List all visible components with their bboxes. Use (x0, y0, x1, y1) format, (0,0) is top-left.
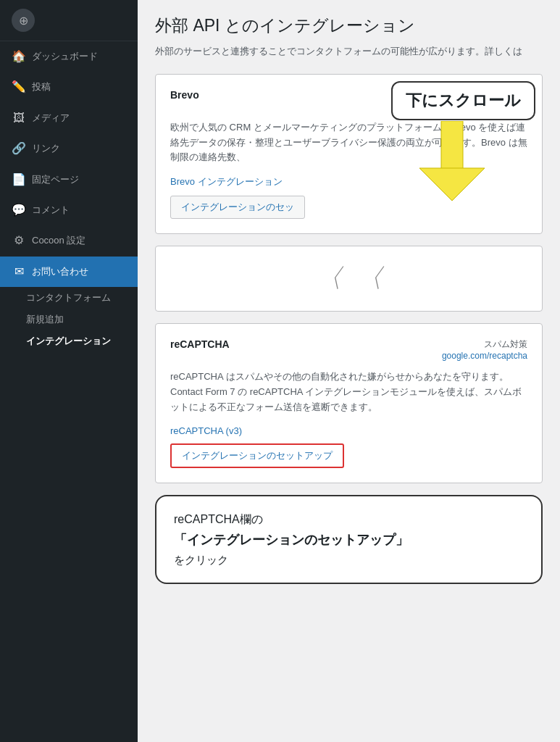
scroll-callout: 下にスクロール (391, 81, 535, 120)
cocoon-icon: ⚙ (12, 233, 26, 249)
bottom-callout-line1: reCAPTCHA欄の (174, 509, 524, 529)
dots-right: 〈 (356, 261, 383, 296)
dashboard-icon: 🏠 (12, 49, 26, 64)
sidebar-item-pages[interactable]: 📄 固定ページ (0, 164, 138, 195)
svg-marker-1 (419, 168, 485, 201)
recaptcha-card-header: reCAPTCHA スパム対策 google.com/recaptcha (170, 338, 527, 361)
pages-icon: 📄 (12, 172, 26, 188)
media-icon: 🖼 (12, 110, 26, 126)
sidebar-item-label: 固定ページ (32, 173, 79, 186)
recaptcha-integration-link[interactable]: reCAPTCHA (v3) (170, 425, 527, 436)
sidebar-item-links[interactable]: 🔗 リンク (0, 133, 138, 164)
wp-logo-icon: ⊕ (12, 9, 35, 32)
dots-card: 〈 〈 (155, 246, 543, 312)
recaptcha-meta-link[interactable]: google.com/recaptcha (442, 351, 527, 361)
sidebar-item-comments[interactable]: 💬 コメント (0, 195, 138, 225)
sidebar-item-label: お問い合わせ (32, 265, 88, 278)
sidebar-item-label: メディア (32, 112, 70, 125)
sidebar-item-contact[interactable]: ✉ お問い合わせ (0, 257, 138, 287)
sidebar-sub-contact-form[interactable]: コンタクトフォーム (0, 287, 138, 309)
sidebar-item-media[interactable]: 🖼 メディア (0, 103, 138, 133)
sidebar-sub-new-add[interactable]: 新規追加 (0, 309, 138, 330)
scroll-callout-text: 下にスクロール (406, 91, 521, 109)
sidebar-sub-integration[interactable]: インテグレーション (0, 330, 138, 352)
sidebar-sub-label: コンタクトフォーム (26, 292, 111, 303)
contact-icon: ✉ (12, 264, 26, 280)
bottom-callout-line3: をクリック (174, 551, 524, 570)
overlay-container: 下にスクロール Brevo メールマーケティング brevo.com 欧州で人気… (155, 74, 543, 234)
links-icon: 🔗 (12, 141, 26, 157)
recaptcha-meta: スパム対策 google.com/recaptcha (442, 338, 527, 361)
sidebar-item-posts[interactable]: ✏️ 投稿 (0, 72, 138, 102)
posts-icon: ✏️ (12, 79, 26, 95)
recaptcha-card: reCAPTCHA スパム対策 google.com/recaptcha reC… (155, 323, 543, 483)
recaptcha-description: reCAPTCHA はスパムやその他の自動化された嫌がらせからあなたを守ります。… (170, 370, 527, 414)
sidebar-item-label: 投稿 (32, 80, 51, 93)
sidebar-item-label: Cocoon 設定 (32, 234, 85, 247)
sidebar: ⊕ 🏠 ダッシュボード ✏️ 投稿 🖼 メディア 🔗 リンク 📄 固定ページ 💬… (0, 0, 138, 742)
sidebar-item-label: リンク (32, 142, 60, 155)
sidebar-sub-label: インテグレーション (26, 335, 111, 346)
page-title: 外部 API とのインテグレーション (155, 14, 543, 37)
sidebar-sub-label: 新規追加 (26, 314, 64, 325)
sidebar-item-label: コメント (32, 204, 70, 217)
svg-rect-0 (441, 121, 463, 172)
sidebar-logo: ⊕ (0, 0, 138, 41)
down-arrow-container (419, 121, 485, 201)
comments-icon: 💬 (12, 202, 26, 218)
recaptcha-title: reCAPTCHA (170, 338, 230, 350)
bottom-callout: reCAPTCHA欄の 「インテグレーションのセットアップ」 をクリック (155, 495, 543, 584)
dots-left: 〈 (316, 261, 342, 296)
page-subtitle: 外部のサービスと連携することでコンタクトフォームの可能性が広がります。詳しくは (155, 44, 543, 59)
down-arrow-icon (419, 121, 485, 201)
main-content: 外部 API とのインテグレーション 外部のサービスと連携することでコンタクトフ… (138, 0, 560, 742)
brevo-setup-button[interactable]: インテグレーションのセッ (170, 196, 305, 219)
recaptcha-meta-label: スパム対策 (442, 338, 527, 351)
sidebar-item-dashboard[interactable]: 🏠 ダッシュボード (0, 41, 138, 72)
recaptcha-setup-button[interactable]: インテグレーションのセットアップ (170, 443, 344, 468)
brevo-title: Brevo (170, 89, 199, 101)
sidebar-item-cocoon[interactable]: ⚙ Cocoon 設定 (0, 225, 138, 256)
sidebar-item-label: ダッシュボード (32, 50, 98, 63)
bottom-callout-line2: 「インテグレーションのセットアップ」 (174, 529, 524, 551)
